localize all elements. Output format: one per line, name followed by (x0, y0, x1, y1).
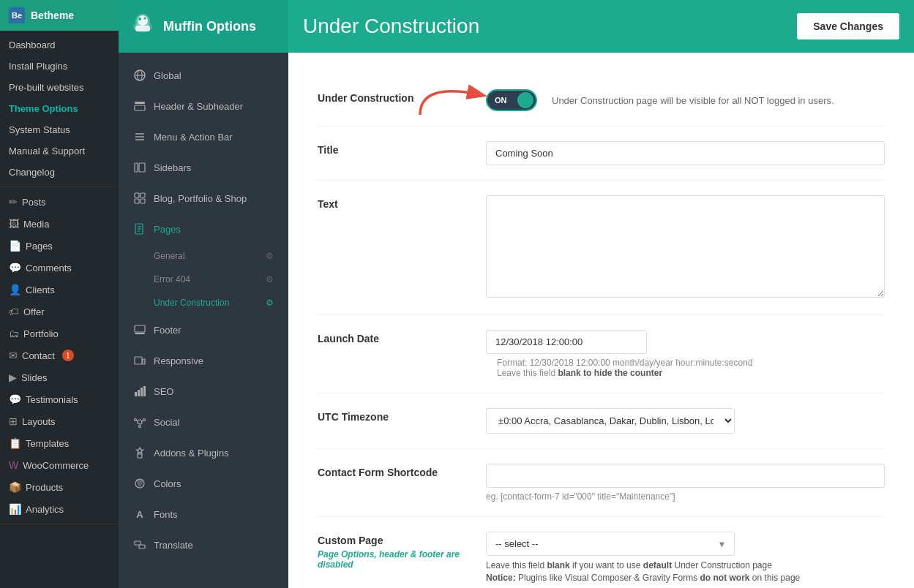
save-changes-button-top[interactable]: Save Changes (797, 13, 899, 39)
analytics-icon: 📊 (9, 503, 21, 515)
comments-icon: 💬 (9, 262, 21, 274)
timezone-select[interactable]: ±0:00 Accra, Casablanca, Dakar, Dublin, … (486, 408, 735, 434)
testimonials-icon: 💬 (9, 393, 21, 405)
sub-sidebar-fonts[interactable]: A Fonts (119, 499, 288, 529)
sidebar-menu-section: ✏ Posts 🖼 Media 📄 Pages 💬 Comments 👤 Cli… (0, 187, 119, 524)
sidebar-brand[interactable]: Be Betheme (0, 0, 119, 31)
under-construction-label: Under Construction (154, 298, 229, 308)
sidebar-item-portfolio[interactable]: 🗂 Portfolio (0, 323, 119, 344)
sidebar-item-dashboard[interactable]: Dashboard (0, 34, 119, 56)
comments-label: Comments (26, 263, 72, 274)
install-plugins-label: Install Plugins (9, 61, 67, 72)
sub-sidebar-responsive[interactable]: Responsive (119, 345, 288, 376)
svg-rect-29 (138, 390, 140, 396)
custom-page-sub-label: Page Options, header & footer are disabl… (318, 549, 464, 570)
contact-icon: ✉ (9, 350, 18, 361)
sidebar-item-analytics[interactable]: 📊 Analytics (0, 498, 119, 520)
sub-sidebar-addons[interactable]: Addons & Plugins (119, 437, 288, 468)
svg-rect-5 (135, 26, 150, 31)
text-label: Text (318, 195, 464, 210)
sidebar-item-products[interactable]: 📦 Products (0, 476, 119, 498)
responsive-label: Responsive (154, 355, 203, 366)
left-sidebar: Be Betheme Dashboard Install Plugins Pre… (0, 0, 119, 588)
blog-label: Blog, Portfolio & Shop (154, 193, 247, 204)
sub-sidebar-translate[interactable]: Translate (119, 529, 288, 560)
sidebar-item-templates[interactable]: 📋 Templates (0, 432, 119, 454)
sub-sidebar-seo[interactable]: SEO (119, 376, 288, 407)
sub-sidebar-global[interactable]: Global (119, 60, 288, 91)
slides-label: Slides (21, 372, 47, 383)
sub-sidebar-pages[interactable]: Pages (119, 214, 288, 244)
portfolio-icon: 🗂 (9, 328, 19, 339)
custom-page-control-area: -- select -- ▼ Leave this field blank if… (486, 532, 885, 583)
slides-icon: ▶ (9, 372, 17, 383)
posts-icon: ✏ (9, 196, 18, 208)
social-icon (133, 415, 146, 429)
error-404-gear-icon[interactable]: ⚙ (266, 274, 274, 284)
sidebar-item-install-plugins[interactable]: Install Plugins (0, 56, 119, 77)
sidebar-item-pre-built[interactable]: Pre-built websites (0, 77, 119, 98)
contact-form-help: eg. [contact-form-7 id="000" title="Main… (486, 491, 885, 502)
sub-sidebar-footer[interactable]: Footer (119, 314, 288, 345)
title-input[interactable] (486, 141, 885, 165)
sub-sidebar-under-construction[interactable]: Under Construction ⚙ (119, 291, 288, 314)
launch-date-input[interactable] (486, 330, 647, 354)
contact-form-control-area: eg. [contact-form-7 id="000" title="Main… (486, 464, 885, 502)
footer-icon (133, 323, 146, 336)
sidebars-icon (133, 161, 146, 174)
svg-point-2 (138, 15, 148, 26)
red-arrow (413, 75, 493, 118)
offer-icon: 🏷 (9, 306, 19, 317)
sub-sidebar-menu-action-bar[interactable]: Menu & Action Bar (119, 121, 288, 152)
sidebar-item-testimonials[interactable]: 💬 Testimonials (0, 388, 119, 410)
blog-icon (133, 192, 146, 205)
templates-icon: 📋 (9, 437, 21, 449)
system-status-label: System Status (9, 124, 70, 135)
sub-sidebar-general[interactable]: General ⚙ (119, 244, 288, 268)
clients-icon: 👤 (9, 284, 21, 295)
text-textarea[interactable] (486, 195, 885, 298)
svg-point-35 (139, 426, 141, 428)
general-gear-icon[interactable]: ⚙ (266, 251, 274, 261)
sidebar-item-woocommerce[interactable]: W WooCommerce (0, 454, 119, 476)
svg-rect-28 (135, 392, 137, 396)
sidebar-item-slides[interactable]: ▶ Slides (0, 366, 119, 388)
sub-sidebar-social[interactable]: Social (119, 407, 288, 437)
custom-page-select-wrapper: -- select -- ▼ (486, 532, 735, 556)
sidebar-item-manual-support[interactable]: Manual & Support (0, 140, 119, 162)
sidebar-item-posts[interactable]: ✏ Posts (0, 191, 119, 213)
sidebar-item-system-status[interactable]: System Status (0, 119, 119, 140)
toggle-area: ON Under Construction page will be visib… (486, 89, 885, 111)
form-row-text: Text (318, 181, 885, 315)
responsive-icon (133, 354, 146, 367)
sidebar-item-layouts[interactable]: ⊞ Layouts (0, 410, 119, 432)
sub-sidebar-header[interactable]: Header & Subheader (119, 91, 288, 121)
under-construction-gear-icon[interactable]: ⚙ (266, 298, 274, 308)
sub-sidebar-sidebars[interactable]: Sidebars (119, 152, 288, 183)
svg-rect-17 (141, 193, 145, 197)
manual-support-label: Manual & Support (9, 146, 85, 157)
sidebar-item-pages[interactable]: 📄 Pages (0, 235, 119, 257)
layouts-label: Layouts (22, 416, 56, 427)
custom-page-select[interactable]: -- select -- (486, 532, 735, 556)
footer-label: Footer (154, 325, 181, 336)
sidebar-item-changelog[interactable]: Changelog (0, 162, 119, 183)
sub-sidebar-blog[interactable]: Blog, Portfolio & Shop (119, 183, 288, 214)
sidebar-item-comments[interactable]: 💬 Comments (0, 257, 119, 279)
woocommerce-label: WooCommerce (23, 460, 89, 471)
sub-sidebar-error-404[interactable]: Error 404 ⚙ (119, 268, 288, 291)
sidebar-item-media[interactable]: 🖼 Media (0, 213, 119, 235)
contact-form-input[interactable] (486, 464, 885, 488)
toggle-description: Under Construction page will be visible … (552, 95, 834, 106)
sidebar-item-clients[interactable]: 👤 Clients (0, 279, 119, 301)
sidebar-item-offer[interactable]: 🏷 Offer (0, 301, 119, 323)
sub-sidebar-colors[interactable]: Colors (119, 468, 288, 499)
text-control-area (486, 195, 885, 300)
under-construction-toggle[interactable]: ON (486, 89, 537, 111)
pages-sub-label: Pages (154, 224, 181, 235)
sidebar-item-theme-options[interactable]: Theme Options (0, 98, 119, 119)
posts-label: Posts (22, 197, 46, 208)
custom-page-label-area: Custom Page Page Options, header & foote… (318, 532, 464, 570)
sidebar-item-contact[interactable]: ✉ Contact 1 (0, 344, 119, 366)
svg-point-3 (138, 18, 141, 20)
